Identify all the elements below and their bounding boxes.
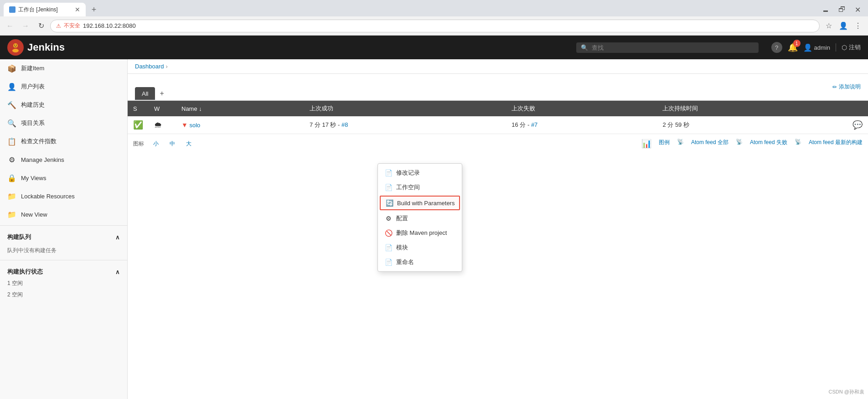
sidebar-item-lockable-resources[interactable]: 📁 Lockable Resources (0, 187, 127, 205)
add-description-link[interactable]: ✏ 添加说明 (832, 83, 861, 91)
maximize-button[interactable]: 🗗 (835, 5, 849, 15)
watermark: CSDN @孙和袁 (829, 389, 864, 395)
tabs-bar: All + (128, 79, 868, 101)
notification-area[interactable]: 🔔 1 (788, 42, 798, 52)
browser-chrome: 工作台 [Jenkins] ✕ + 🗕 🗗 ✕ ← → ↻ ⚠ 不安全 192.… (0, 0, 868, 36)
content-area: Dashboard › ✏ 添加说明 All + S W (128, 59, 868, 399)
context-menu-item-edit-record[interactable]: 📄 修改记录 (378, 166, 462, 180)
sidebar-item-user-list[interactable]: 👤 用户列表 (0, 78, 127, 96)
sidebar-item-new-item[interactable]: 📦 新建Item (0, 59, 127, 78)
sidebar-divider (0, 225, 127, 226)
weather-icon: 🌧 (154, 120, 162, 130)
user-icon: 👤 (803, 43, 812, 52)
help-icon[interactable]: ? (771, 42, 782, 53)
jenkins-app: Jenkins 🔍 ? 🔔 1 👤 admin ⬡ 注销 (0, 36, 868, 399)
last-success-link[interactable]: #8 (341, 121, 348, 128)
reload-button[interactable]: ↻ (35, 20, 47, 32)
rss-icon: 📡 (677, 139, 684, 149)
context-menu-item-build-with-params[interactable]: 🔄 Build with Parameters (380, 196, 460, 210)
project-name-link[interactable]: solo (189, 122, 200, 129)
new-tab-button[interactable]: + (88, 3, 100, 16)
icon-size-small[interactable]: 小 (151, 140, 160, 148)
context-menu-item-configure[interactable]: ⚙ 配置 (378, 211, 462, 226)
context-menu-item-rename[interactable]: 📄 重命名 (378, 255, 462, 269)
atom-feed-fail-link[interactable]: Atom feed 失败 (750, 139, 787, 149)
user-menu[interactable]: 👤 admin (803, 43, 830, 52)
user-list-icon: 👤 (7, 82, 16, 91)
sidebar-item-manage-jenkins[interactable]: ⚙ Manage Jenkins (0, 150, 127, 169)
minimize-button[interactable]: 🗕 (818, 5, 833, 15)
status-ok-icon: ✅ (133, 120, 143, 130)
icon-size-medium[interactable]: 中 (168, 140, 177, 148)
sidebar-item-project-relation[interactable]: 🔍 项目关系 (0, 114, 127, 132)
logout-label: 注销 (849, 43, 861, 52)
browser-tab-bar: 工作台 [Jenkins] ✕ + 🗕 🗗 ✕ (0, 0, 868, 16)
atom-feed-latest-link[interactable]: Atom feed 最新的构建 (809, 139, 863, 149)
jenkins-logo[interactable]: Jenkins (7, 39, 65, 56)
context-menu-item-delete-maven[interactable]: 🚫 删除 Maven project (378, 226, 462, 240)
configure-label: 配置 (396, 214, 408, 223)
sidebar-item-label: 用户列表 (21, 83, 45, 91)
svg-point-3 (16, 45, 17, 46)
tab-close-button[interactable]: ✕ (75, 6, 80, 13)
legend-link[interactable]: 图例 (659, 139, 670, 149)
project-relation-icon: 🔍 (7, 119, 16, 128)
table-footer: 图标 小 中 大 📊 图例 📡 Atom feed 全部 📡 Atom feed… (128, 134, 868, 153)
sidebar-item-build-history[interactable]: 🔨 构建历史 (0, 96, 127, 114)
tab-all[interactable]: All (135, 87, 155, 100)
table-row: ✅ 🌧 ▼ solo 7 分 17 秒 - #8 (128, 116, 868, 134)
forward-button[interactable]: → (19, 20, 32, 32)
context-menu-item-workspace[interactable]: 📄 工作空间 (378, 180, 462, 195)
check-file-icon: 📋 (7, 137, 16, 146)
search-input[interactable] (592, 44, 683, 51)
delete-maven-icon: 🚫 (384, 229, 393, 237)
sidebar-item-label: 项目关系 (21, 119, 45, 127)
last-success-cell: 7 分 17 秒 - #8 (304, 116, 506, 134)
jenkins-header: Jenkins 🔍 ? 🔔 1 👤 admin ⬡ 注销 (0, 36, 868, 59)
back-button[interactable]: ← (4, 20, 16, 32)
sidebar-item-new-view[interactable]: 📁 New View (0, 205, 127, 223)
icon-size-label: 图标 (133, 140, 144, 148)
menu-icon[interactable]: ⋮ (852, 20, 864, 32)
sidebar-item-label: Manage Jenkins (21, 156, 64, 163)
context-menu: 📄 修改记录 📄 工作空间 🔄 Build with Parameters ⚙ … (377, 163, 462, 272)
sidebar-item-check-file-indicators[interactable]: 📋 检查文件指数 (0, 132, 127, 150)
weather-cell: 🌧 (149, 116, 176, 134)
notification-badge: 1 (793, 40, 801, 47)
search-box: 🔍 (576, 42, 759, 53)
delete-maven-label: 删除 Maven project (396, 229, 447, 237)
security-icon: ⚠ (56, 23, 61, 29)
sidebar-item-my-views[interactable]: 🔒 My Views (0, 169, 127, 187)
executor-1-label: 1 空闲 (7, 280, 23, 286)
address-bar[interactable]: ⚠ 不安全 192.168.10.22:8080 (50, 20, 820, 32)
icon-size-large[interactable]: 大 (184, 140, 193, 148)
tab-favicon (9, 6, 16, 13)
svg-point-2 (14, 45, 15, 46)
sidebar: 📦 新建Item 👤 用户列表 🔨 构建历史 🔍 项目关系 📋 检查文件指数 ⚙ (0, 59, 128, 399)
build-queue-empty-label: 队列中没有构建任务 (7, 247, 57, 254)
project-table: S W Name ↓ 上次成功 上次失败 上次持续时间 ✅ (128, 101, 868, 134)
build-queue-section[interactable]: 构建队列 ∧ (0, 228, 127, 243)
user-label: admin (814, 44, 830, 51)
bookmark-icon[interactable]: ☆ (822, 20, 835, 32)
executor-status-section[interactable]: 构建执行状态 ∧ (0, 262, 127, 278)
last-fail-link[interactable]: #7 (531, 121, 537, 128)
atom-feed-all-link[interactable]: Atom feed 全部 (691, 139, 728, 149)
edit-record-icon: 📄 (384, 169, 393, 177)
logout-button[interactable]: ⬡ 注销 (836, 43, 861, 52)
tab-add-button[interactable]: + (155, 87, 168, 100)
build-queue-title: 构建队列 (7, 233, 31, 241)
rss-icon-2: 📡 (736, 139, 743, 149)
breadcrumb-dashboard[interactable]: Dashboard (135, 63, 164, 70)
table-body: ✅ 🌧 ▼ solo 7 分 17 秒 - #8 (128, 116, 868, 134)
context-menu-item-modules[interactable]: 📄 模块 (378, 240, 462, 255)
modules-icon: 📄 (384, 244, 393, 252)
browser-tab[interactable]: 工作台 [Jenkins] ✕ (4, 3, 86, 16)
last-success-text: 7 分 17 秒 - (310, 121, 341, 128)
breadcrumb-bar: Dashboard › (128, 59, 868, 74)
last-duration-cell: 2 分 59 秒 (657, 116, 847, 134)
logout-icon: ⬡ (842, 44, 847, 51)
close-button[interactable]: ✕ (851, 5, 864, 15)
sidebar-item-label: My Views (21, 175, 46, 181)
profile-icon[interactable]: 👤 (837, 20, 850, 32)
